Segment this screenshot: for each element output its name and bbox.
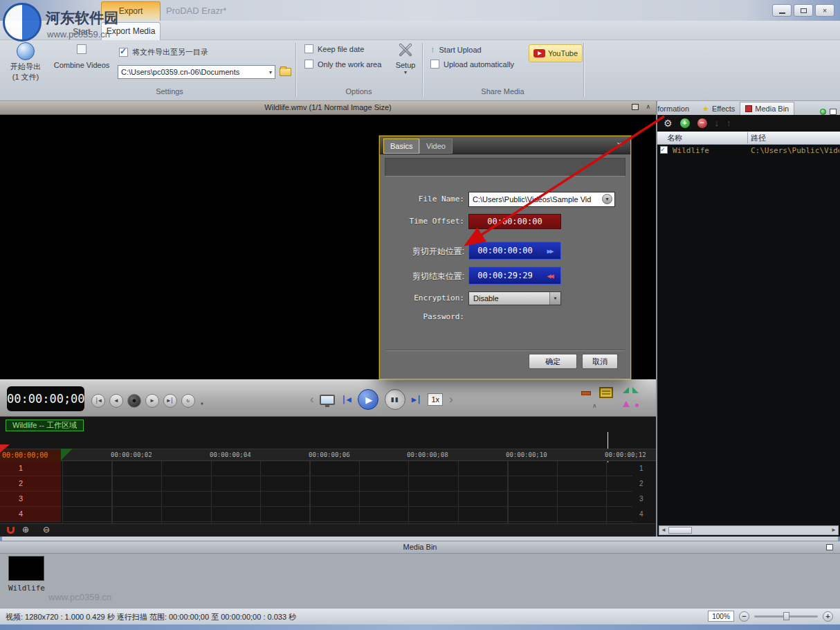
track-header[interactable]: 2 bbox=[0, 476, 61, 492]
track-header[interactable]: 3 bbox=[0, 492, 61, 507]
only-work-area-checkbox[interactable] bbox=[304, 60, 313, 69]
close-icon: × bbox=[823, 7, 827, 15]
tab-export-media[interactable]: Export Media bbox=[101, 22, 161, 40]
work-area-label[interactable]: Wildlife -- 工作区域 bbox=[6, 420, 84, 431]
cut-start-field[interactable]: 00:00:00:00 ▶▶ bbox=[468, 242, 561, 260]
dialog-tab-basics[interactable]: Basics bbox=[383, 138, 419, 154]
chevron-right-icon[interactable]: › bbox=[449, 393, 453, 406]
scroll-left-icon[interactable]: ◄ bbox=[661, 527, 666, 533]
start-export-button[interactable]: 开始导出 (1 文件) bbox=[6, 42, 46, 86]
media-bin-header[interactable]: Media Bin bbox=[0, 541, 840, 554]
dialog-tab-video[interactable]: Video bbox=[419, 138, 453, 154]
tab-effects[interactable]: ★ Effects bbox=[697, 102, 740, 115]
orange-marker-icon[interactable] bbox=[581, 391, 591, 395]
export-dir-checkbox-row[interactable]: ✓ 将文件导出至另一目录 bbox=[119, 47, 208, 57]
goto-end-button[interactable]: ▶| bbox=[412, 395, 421, 404]
magenta-dot-icon[interactable] bbox=[635, 404, 639, 407]
remove-media-button[interactable]: − bbox=[697, 118, 707, 128]
upload-automatically-checkbox[interactable] bbox=[430, 60, 439, 69]
timeline-grid[interactable] bbox=[62, 461, 632, 523]
cut-end-field[interactable]: 00:00:29:29 ◀◀ bbox=[468, 267, 561, 285]
dialog-close-button[interactable]: × bbox=[614, 139, 625, 150]
preview-restore-icon[interactable] bbox=[632, 104, 639, 110]
magenta-triangle-icon[interactable] bbox=[623, 401, 630, 407]
speed-button[interactable]: 1x bbox=[428, 393, 443, 406]
column-divider[interactable] bbox=[747, 132, 748, 143]
combine-videos-button[interactable]: Combine Videos bbox=[50, 42, 113, 86]
start-upload-button[interactable]: ↑ Start Upload bbox=[430, 44, 482, 55]
zoom-in-button[interactable]: + bbox=[823, 611, 833, 622]
scrollbar-thumb[interactable] bbox=[668, 527, 692, 534]
file-name-dropdown[interactable]: C:\Users\Public\Videos\Sample Vid bbox=[468, 192, 615, 207]
monitor-icon[interactable] bbox=[320, 395, 335, 405]
chevron-left-icon[interactable]: ‹ bbox=[310, 393, 313, 406]
tab-information[interactable]: Information bbox=[657, 102, 697, 115]
cut-end-value[interactable]: 00:00:29:29 bbox=[469, 271, 541, 280]
magnet-icon[interactable] bbox=[7, 527, 15, 534]
media-thumbnail[interactable] bbox=[8, 556, 44, 581]
zoom-level[interactable]: 100% bbox=[708, 611, 734, 622]
zoom-in-icon[interactable]: ⊕ bbox=[22, 525, 29, 534]
time-offset-field[interactable]: 00:00:00:00 bbox=[468, 214, 561, 229]
step-forward-button[interactable]: ▶ bbox=[145, 394, 159, 408]
keep-file-date-checkbox[interactable] bbox=[304, 44, 313, 53]
column-name[interactable]: 名称 bbox=[667, 133, 682, 143]
goto-start-button[interactable]: |◀ bbox=[341, 395, 351, 404]
preview-collapse-icon[interactable]: ∧ bbox=[646, 104, 650, 110]
ok-button[interactable]: 确定 bbox=[529, 354, 577, 369]
skip-end-button[interactable]: ▶| bbox=[163, 394, 177, 408]
caret-up-icon[interactable]: ∧ bbox=[592, 402, 597, 409]
ribbon-context-tab-export[interactable]: Export bbox=[101, 1, 161, 21]
track-header[interactable]: 1 bbox=[0, 461, 61, 476]
skip-start-button[interactable]: |◀ bbox=[91, 394, 105, 408]
gear-icon[interactable]: ⚙ bbox=[664, 118, 673, 129]
close-button[interactable]: × bbox=[815, 4, 834, 17]
minimize-button[interactable] bbox=[772, 4, 792, 17]
green-triangle-icon[interactable] bbox=[632, 387, 639, 393]
work-area-marker[interactable] bbox=[61, 449, 73, 460]
track-gutter: 1 2 3 4 bbox=[0, 461, 61, 523]
media-bin-restore-icon[interactable] bbox=[826, 544, 833, 550]
play-button[interactable]: ▶ bbox=[358, 389, 378, 410]
chevron-down-icon[interactable]: ▾ bbox=[602, 194, 612, 204]
youtube-button[interactable]: YouTube bbox=[529, 44, 583, 62]
ruler-label: 00:00:00;12 bbox=[605, 451, 646, 458]
horizontal-scrollbar[interactable]: ◄ ► bbox=[659, 525, 839, 535]
green-triangle-icon[interactable] bbox=[623, 387, 629, 393]
upload-automatically-row[interactable]: Upload automatically bbox=[430, 60, 514, 69]
cancel-button[interactable]: 取消 bbox=[582, 354, 618, 369]
setup-button[interactable]: Setup ▾ bbox=[389, 40, 422, 87]
set-cut-start-icon[interactable]: ▶▶ bbox=[541, 247, 560, 255]
only-work-area-row[interactable]: Only the work area bbox=[304, 60, 381, 69]
keyframe-display-icon[interactable] bbox=[599, 387, 613, 398]
tab-start[interactable]: Start bbox=[64, 24, 100, 39]
encryption-dropdown[interactable]: Disable ▾ bbox=[468, 291, 561, 305]
playhead-marker[interactable] bbox=[0, 444, 10, 453]
move-down-icon[interactable]: ↓ bbox=[715, 118, 720, 128]
loop-button[interactable]: ↻ bbox=[181, 394, 195, 408]
tab-media-bin[interactable]: Media Bin bbox=[740, 102, 794, 115]
export-path-dropdown[interactable]: C:\Users\pc0359.cn-06\Documents ▾ bbox=[118, 65, 275, 79]
media-row-checkbox[interactable]: ✓ bbox=[660, 146, 668, 154]
timeline-ruler[interactable]: 00:00:00;00 00:00:00;02 00:00:00;04 00:0… bbox=[0, 449, 656, 461]
keep-file-date-row[interactable]: Keep file date bbox=[304, 44, 364, 53]
pause-button[interactable]: ▮▮ bbox=[385, 389, 405, 410]
step-back-button[interactable]: ◀ bbox=[109, 394, 123, 408]
set-cut-end-icon[interactable]: ◀◀ bbox=[541, 272, 560, 280]
cut-start-value[interactable]: 00:00:00:00 bbox=[469, 246, 541, 255]
export-dir-checkbox[interactable]: ✓ bbox=[119, 48, 128, 57]
zoom-slider[interactable] bbox=[754, 611, 818, 621]
add-media-button[interactable]: + bbox=[680, 118, 690, 128]
move-up-icon[interactable]: ↑ bbox=[727, 118, 731, 128]
maximize-button[interactable] bbox=[794, 4, 813, 17]
record-button[interactable]: ● bbox=[127, 394, 141, 408]
browse-folder-button[interactable] bbox=[278, 66, 292, 78]
zoom-slider-thumb[interactable] bbox=[783, 612, 789, 620]
media-list-row[interactable]: ✓ Wildlife C:\Users\Public\Video bbox=[657, 145, 840, 156]
column-path[interactable]: 路径 bbox=[751, 133, 766, 143]
scroll-right-icon[interactable]: ► bbox=[831, 527, 837, 533]
zoom-out-icon[interactable]: ⊖ bbox=[43, 525, 50, 534]
zoom-out-button[interactable]: − bbox=[739, 611, 749, 622]
panel-restore-icon[interactable] bbox=[830, 109, 837, 115]
track-header[interactable]: 4 bbox=[0, 507, 61, 522]
